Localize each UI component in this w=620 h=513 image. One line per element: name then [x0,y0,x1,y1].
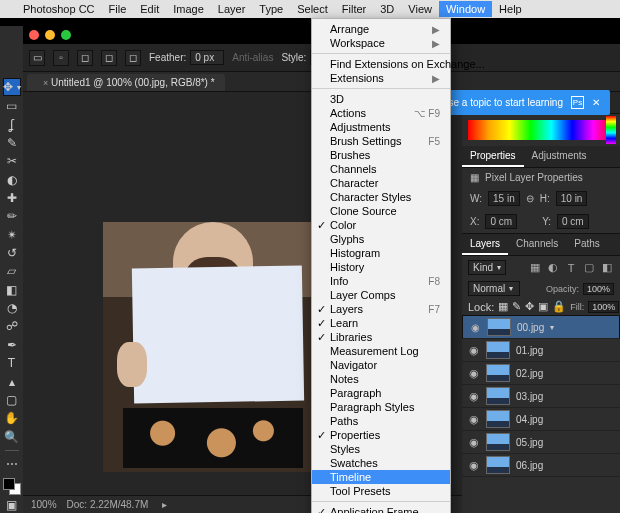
layer-thumb[interactable] [487,318,511,336]
menu-image[interactable]: Image [166,1,211,17]
visibility-icon[interactable]: ◉ [469,322,481,333]
menuitem-glyphs[interactable]: Glyphs [312,232,450,246]
layer-thumb[interactable] [486,341,510,359]
dodge-tool-icon[interactable]: ☍ [3,318,21,334]
lock-paint-icon[interactable]: ✎ [512,300,521,313]
menuitem-clone-source[interactable]: Clone Source [312,204,450,218]
document-tab[interactable]: × Untitled1 @ 100% (00.jpg, RGB/8*) * [27,74,225,91]
menuitem-measurement-log[interactable]: Measurement Log [312,344,450,358]
pen-tool-icon[interactable]: ✒ [3,337,21,353]
type-tool-icon[interactable]: T [3,355,21,371]
menuitem-character-styles[interactable]: Character Styles [312,190,450,204]
filter-type-icon[interactable]: T [564,262,578,274]
path-select-icon[interactable]: ▴ [3,373,21,389]
layer-thumb[interactable] [486,364,510,382]
layer-thumb[interactable] [486,387,510,405]
edit-toolbar-icon[interactable]: ⋯ [3,456,21,472]
menuitem-adjustments[interactable]: Adjustments [312,120,450,134]
lock-artboard-icon[interactable]: ▣ [538,300,548,313]
menu-type[interactable]: Type [252,1,290,17]
add-selection-icon[interactable]: ◻ [77,50,93,66]
menu-photoshop-cc[interactable]: Photoshop CC [16,1,102,17]
filter-adjust-icon[interactable]: ◐ [546,261,560,274]
visibility-icon[interactable]: ◉ [468,459,480,472]
layer-row[interactable]: ◉00.jpg [462,315,620,339]
lock-all-icon[interactable]: 🔒 [552,300,566,313]
menuitem-workspace[interactable]: Workspace▶ [312,36,450,50]
link-wh-icon[interactable]: ⊖ [526,193,534,204]
gradient-tool-icon[interactable]: ◧ [3,282,21,298]
minimize-window-icon[interactable] [45,30,55,40]
zoom-tool-icon[interactable]: 🔍 [3,428,21,444]
sub-selection-icon[interactable]: ◻ [101,50,117,66]
feather-field[interactable]: 0 px [190,50,224,65]
lock-transparent-icon[interactable]: ▦ [498,300,508,313]
x-field[interactable]: 0 cm [485,214,517,229]
menuitem-swatches[interactable]: Swatches [312,456,450,470]
h-field[interactable]: 10 in [556,191,588,206]
layer-row[interactable]: ◉05.jpg [462,431,620,454]
menuitem-paragraph-styles[interactable]: Paragraph Styles [312,400,450,414]
menuitem-brushes[interactable]: Brushes [312,148,450,162]
menuitem-brush-settings[interactable]: Brush SettingsF5 [312,134,450,148]
menu-view[interactable]: View [401,1,439,17]
menu-edit[interactable]: Edit [133,1,166,17]
canvas[interactable] [103,222,313,472]
layer-thumb[interactable] [486,433,510,451]
marquee-tool-icon[interactable]: ▭ [3,98,21,114]
menuitem-learn[interactable]: Learn [312,316,450,330]
tab-paths[interactable]: Paths [566,234,608,255]
menuitem-extensions[interactable]: Extensions▶ [312,71,450,85]
blur-tool-icon[interactable]: ◔ [3,300,21,316]
menuitem-notes[interactable]: Notes [312,372,450,386]
menuitem-channels[interactable]: Channels [312,162,450,176]
layer-row[interactable]: ◉06.jpg [462,454,620,477]
menuitem-navigator[interactable]: Navigator [312,358,450,372]
menuitem-3d[interactable]: 3D [312,92,450,106]
layer-thumb[interactable] [486,456,510,474]
eyedropper-tool-icon[interactable]: ◐ [3,171,21,187]
visibility-icon[interactable]: ◉ [468,413,480,426]
menu-window[interactable]: Window [439,1,492,17]
w-field[interactable]: 15 in [488,191,520,206]
filter-smart-icon[interactable]: ◧ [600,261,614,274]
color-spectrum[interactable] [468,120,614,140]
tool-preset-icon[interactable]: ▭ [29,50,45,66]
menu-help[interactable]: Help [492,1,529,17]
menuitem-color[interactable]: Color [312,218,450,232]
tab-properties[interactable]: Properties [462,146,524,167]
quickmask-icon[interactable]: ▣ [3,497,21,513]
menuitem-history[interactable]: History [312,260,450,274]
menu-file[interactable]: File [102,1,134,17]
blend-mode-select[interactable]: Normal [468,281,520,296]
menuitem-arrange[interactable]: Arrange▶ [312,22,450,36]
brush-tool-icon[interactable]: ✏ [3,208,21,224]
menuitem-info[interactable]: InfoF8 [312,274,450,288]
menuitem-application-frame[interactable]: Application Frame [312,505,450,513]
visibility-icon[interactable]: ◉ [468,436,480,449]
opacity-field[interactable]: 100% [583,283,614,295]
lasso-tool-icon[interactable]: ʆ [3,116,21,132]
filter-pixel-icon[interactable]: ▦ [528,261,542,274]
menuitem-styles[interactable]: Styles [312,442,450,456]
y-field[interactable]: 0 cm [557,214,589,229]
clone-tool-icon[interactable]: ✴ [3,227,21,243]
menuitem-tool-presets[interactable]: Tool Presets [312,484,450,498]
history-brush-icon[interactable]: ↺ [3,245,21,261]
healing-tool-icon[interactable]: ✚ [3,190,21,206]
menu-filter[interactable]: Filter [335,1,373,17]
tab-adjustments[interactable]: Adjustments [524,146,595,167]
menuitem-actions[interactable]: Actions⌥ F9 [312,106,450,120]
close-window-icon[interactable] [29,30,39,40]
menu-select[interactable]: Select [290,1,335,17]
tab-layers[interactable]: Layers [462,234,508,255]
menuitem-histogram[interactable]: Histogram [312,246,450,260]
menuitem-character[interactable]: Character [312,176,450,190]
menuitem-timeline[interactable]: Timeline [312,470,450,484]
anti-alias-toggle[interactable]: Anti-alias [232,52,273,63]
new-selection-icon[interactable]: ▫ [53,50,69,66]
menuitem-paragraph[interactable]: Paragraph [312,386,450,400]
menuitem-libraries[interactable]: Libraries [312,330,450,344]
layer-row[interactable]: ◉01.jpg [462,339,620,362]
visibility-icon[interactable]: ◉ [468,367,480,380]
